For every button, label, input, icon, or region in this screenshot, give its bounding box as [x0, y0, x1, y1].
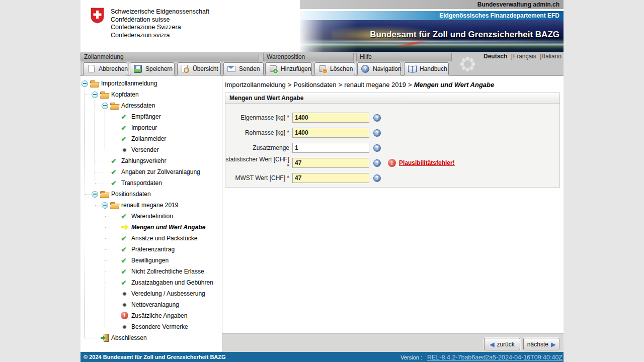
tree-item[interactable]: Bewilligungen	[80, 255, 222, 266]
field-label: MWST Wert [CHF] *	[225, 174, 289, 182]
toolbar-button[interactable]: Handbuch	[404, 62, 449, 75]
field-help-icon[interactable]: ?	[373, 174, 381, 182]
tree-item[interactable]: Importzollanmeldung	[80, 78, 222, 89]
collapse-toggle-icon[interactable]	[92, 92, 98, 98]
language-link[interactable]: Italiano	[542, 53, 561, 60]
tree-item[interactable]: Transportdaten	[80, 177, 222, 189]
tree-item[interactable]: Veredelung / Ausbesserung	[80, 288, 222, 299]
arrow-right-icon: ▶	[551, 341, 555, 347]
toolbar-button[interactable]: Abbrechen	[83, 62, 127, 75]
version-link[interactable]: REL-8.4.2-7bab6aed2a5-2024-04-16T09:40:4…	[427, 354, 562, 361]
folder-icon	[90, 80, 99, 87]
confederation-names: Schweizerische Eidgenossenschaft Confédé…	[111, 8, 209, 39]
toolbar-button[interactable]: Übersicht	[177, 62, 221, 75]
tree-item[interactable]: Zahlungsverkehr	[80, 155, 222, 166]
toolbar-button[interactable]: Hinzufügen	[265, 62, 312, 75]
field-help-icon[interactable]: ?	[373, 114, 381, 122]
tree-item[interactable]: Präferenzantrag	[80, 244, 222, 255]
back-button-label: zurück	[497, 341, 514, 348]
toolbar-group-zollanmeldung: Zollanmeldung	[80, 53, 259, 61]
tree-item-label: Empfänger	[131, 113, 161, 120]
office-title: Bundesamt für Zoll und Grenzsicherheit B…	[370, 30, 559, 40]
tree-item[interactable]: renault megane 2019	[80, 200, 222, 211]
collapse-toggle-icon[interactable]	[102, 202, 108, 209]
tree-item[interactable]: Warendefinition	[80, 211, 222, 222]
field-input[interactable]	[292, 158, 369, 168]
language-separator: |	[509, 53, 513, 60]
breadcrumb-segment[interactable]: Importzollanmeldung	[225, 81, 286, 88]
form-field-row: Rohmasse [kg] * ? !	[225, 128, 559, 138]
form-field-row: statistischer Wert [CHF] * ? ! Plausibil…	[225, 158, 559, 168]
tree-item[interactable]: Zusätzliche Angaben	[80, 310, 222, 321]
toolbar-button[interactable]: Navigation	[357, 62, 401, 75]
tree-item-label: Importzollanmeldung	[101, 80, 157, 87]
tree-item[interactable]: Versender	[80, 144, 222, 155]
tree-item[interactable]: Besondere Vermerke	[80, 321, 222, 332]
tree-status-icon	[121, 124, 129, 132]
next-button[interactable]: nächste ▶	[523, 338, 559, 350]
toolbar-button-label: Löschen	[330, 65, 353, 72]
breadcrumb-segment[interactable]: Positionsdaten	[293, 81, 336, 88]
collapse-toggle-icon[interactable]	[92, 191, 98, 198]
toolbar-button[interactable]: Löschen	[314, 62, 355, 75]
tree-status-icon	[121, 290, 129, 298]
tree-item-label: Nettoveranlagung	[131, 301, 179, 308]
error-icon: !	[388, 159, 396, 167]
field-input[interactable]	[292, 113, 369, 123]
tree-item[interactable]: Zusatzabgaben und Gebühren	[80, 277, 222, 288]
field-help-icon[interactable]: ?	[373, 159, 381, 167]
tree-item[interactable]: Zollanmelder	[80, 133, 222, 144]
tree-status-icon	[121, 256, 129, 264]
back-button[interactable]: ◀ zurück	[484, 338, 520, 350]
tree-status-icon	[121, 212, 129, 220]
toolbar-button-icon	[269, 65, 278, 73]
footer: © 2024 Bundesamt für Zoll und Grenzsiche…	[80, 352, 564, 362]
tree-item-label: Präferenzantrag	[131, 246, 175, 253]
tree-item[interactable]: Importeur	[80, 122, 222, 133]
banner-light-streak	[300, 41, 564, 42]
field-input[interactable]	[292, 128, 369, 138]
tree-item-label: Importeur	[131, 124, 157, 131]
header: Schweizerische Eidgenossenschaft Confédé…	[80, 0, 564, 52]
tree-item-label: Adressdaten	[121, 102, 155, 109]
language-link[interactable]: Français	[513, 53, 536, 60]
tree-item[interactable]: Abschliessen	[80, 332, 222, 343]
field-help-icon[interactable]: ?	[373, 144, 381, 152]
tree-item-label: Zusätzliche Angaben	[131, 312, 187, 319]
tree-item[interactable]: Adressdaten	[80, 100, 222, 111]
loading-spinner-icon	[461, 57, 475, 71]
version-info: Version :REL-8.4.2-7bab6aed2a5-2024-04-1…	[400, 352, 562, 362]
tree-item-label: Kopfdaten	[111, 91, 139, 98]
tree-item-label: Mengen und Wert Angabe	[131, 224, 205, 231]
collapse-toggle-icon[interactable]	[102, 103, 108, 109]
language-switcher: Deutsch |Français |Italiano	[481, 53, 561, 60]
field-input[interactable]	[292, 173, 369, 183]
toolbar-button[interactable]: Senden	[223, 62, 264, 75]
tree-item[interactable]: Nicht Zollrechtliche Erlasse	[80, 266, 222, 277]
breadcrumb-segment[interactable]: renault megane 2019	[344, 81, 406, 88]
tree-item[interactable]: Kopfdaten	[80, 89, 222, 100]
tree-item[interactable]: Empfänger	[80, 111, 222, 122]
tree-status-icon	[111, 168, 119, 176]
plausibility-error-link[interactable]: Plausibilitätsfehler!	[399, 159, 455, 166]
folder-icon	[110, 102, 119, 109]
tree-item[interactable]: Positionsdaten	[80, 189, 222, 200]
breadcrumb: Importzollanmeldung>Positionsdaten>renau…	[225, 81, 494, 88]
tree-item[interactable]: Mengen und Wert Angabe	[80, 222, 222, 233]
breadcrumb-separator: >	[337, 81, 345, 88]
tree-item-label: Transportdaten	[121, 179, 162, 187]
toolbar-button-label: Senden	[239, 65, 260, 72]
toolbar-button-icon	[181, 65, 190, 73]
collapse-toggle-icon[interactable]	[82, 80, 88, 87]
language-link[interactable]: Deutsch	[484, 53, 507, 60]
tree-status-icon	[111, 179, 119, 187]
field-input[interactable]	[292, 143, 369, 153]
tree-item[interactable]: Ansätze und Packstücke	[80, 233, 222, 244]
tree-item[interactable]: Angaben zur Zollveranlagung	[80, 166, 222, 177]
toolbar-button-icon	[133, 65, 142, 73]
field-label: Eigenmasse [kg] *	[225, 114, 289, 121]
tree-item-label: Zusatzabgaben und Gebühren	[131, 279, 213, 286]
tree-item[interactable]: Nettoveranlagung	[80, 299, 222, 310]
field-help-icon[interactable]: ?	[373, 129, 381, 137]
toolbar-button[interactable]: Speichern	[130, 62, 175, 75]
